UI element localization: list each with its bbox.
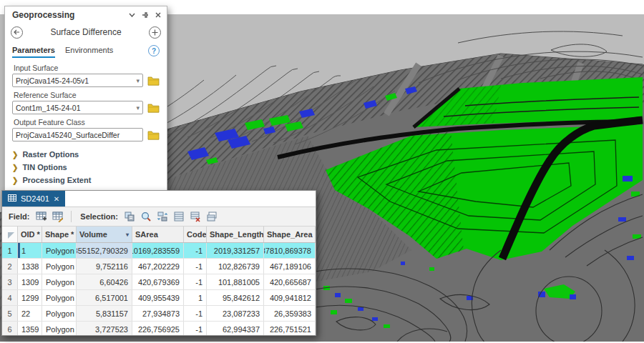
cell-shape[interactable]: Polygon <box>42 274 77 289</box>
zoom-to-selection-icon[interactable] <box>140 210 153 224</box>
cell-oid[interactable]: 1359 <box>18 322 42 335</box>
cell-oid[interactable]: 22 <box>18 306 42 321</box>
cell-code[interactable]: 1 <box>184 290 207 305</box>
table-header-row: OID *Shape *Volume▾SAreaCodeShape_Length… <box>2 227 316 243</box>
clear-selection-icon[interactable] <box>189 210 203 224</box>
cell-shape[interactable]: Polygon <box>42 259 77 274</box>
close-panel-icon[interactable] <box>155 12 161 18</box>
close-tab-icon[interactable]: ✕ <box>54 195 59 203</box>
cell-code[interactable]: -1 <box>184 243 207 258</box>
cell-sarea[interactable]: 27,934873 <box>132 306 184 321</box>
cell-sarea[interactable]: 409,955439 <box>132 290 184 305</box>
cell-shape[interactable]: Polygon <box>42 306 77 321</box>
cell-shape_area[interactable]: 420,665687 <box>264 274 316 289</box>
reference-surface-field: Reference Surface Cont1m_145-24-01 ▾ <box>12 91 160 114</box>
field-toolbar-label: Field: <box>9 212 29 221</box>
output-feature-class-field: Output Feature Class ProjCava145240_Surf… <box>12 118 160 141</box>
input-surface-combobox[interactable]: ProjCava145-24-05v1 ▾ <box>12 74 143 87</box>
back-button[interactable] <box>11 26 23 39</box>
section-processing-extent[interactable]: ❯ Processing Extent <box>12 174 160 187</box>
table-row[interactable]: 21338Polygon9,752116467,202229-1102,8267… <box>2 259 316 274</box>
cell-volume[interactable]: 5,831157 <box>77 306 132 321</box>
table-row[interactable]: 522Polygon5,83115727,934873-123,08723326… <box>2 306 316 322</box>
column-header-code[interactable]: Code <box>184 227 207 242</box>
input-surface-label: Input Surface <box>14 64 160 72</box>
browse-folder-icon[interactable] <box>147 76 160 86</box>
section-tin-options[interactable]: ❯ TIN Options <box>12 161 160 174</box>
cell-shape_area[interactable]: 87810,869378 <box>264 243 316 258</box>
auto-hide-pin-icon[interactable] <box>142 11 149 19</box>
cell-sarea[interactable]: 226,756925 <box>132 322 184 335</box>
browse-folder-icon[interactable] <box>147 130 160 140</box>
cell-volume[interactable]: 1855152,790329 <box>77 243 132 258</box>
cell-shape_length[interactable]: 95,842612 <box>207 290 264 305</box>
cell-volume[interactable]: 6,60426 <box>77 274 132 289</box>
add-field-icon[interactable] <box>34 210 48 224</box>
cell-sarea[interactable]: 420,679369 <box>132 274 184 289</box>
cell-shape[interactable]: Polygon <box>42 243 77 258</box>
column-header-volume[interactable]: Volume▾ <box>77 227 132 242</box>
tab-environments[interactable]: Environments <box>65 46 113 58</box>
select-by-attributes-icon[interactable] <box>123 210 137 224</box>
cell-shape_length[interactable]: 62,994337 <box>207 322 264 335</box>
table-row[interactable]: 11Polygon1855152,790329110169,283559-120… <box>2 243 316 259</box>
switch-selection-icon[interactable] <box>156 210 170 224</box>
row-number-cell[interactable]: 3 <box>2 274 18 289</box>
cell-shape[interactable]: Polygon <box>42 322 77 335</box>
column-header-oid[interactable]: OID * <box>18 227 42 242</box>
output-feature-class-input[interactable]: ProjCava145240_SurfaceDiffer <box>12 128 143 141</box>
row-number-cell[interactable]: 4 <box>2 290 18 305</box>
expander-chevron-icon: ❯ <box>12 150 18 159</box>
select-all-icon[interactable] <box>172 210 186 224</box>
cell-shape_length[interactable]: 2019,331257 <box>207 243 264 258</box>
copy-table-icon[interactable] <box>205 210 219 224</box>
tool-nav-bar: Surface Difference <box>5 22 167 41</box>
arcgis-pro-window: Geoprocessing Surface Difference <box>0 0 644 343</box>
cell-oid[interactable]: 1299 <box>18 290 42 305</box>
calculate-field-icon[interactable] <box>51 210 64 224</box>
cell-volume[interactable]: 6,517001 <box>77 290 132 305</box>
cell-shape_length[interactable]: 23,087233 <box>207 306 264 321</box>
cell-volume[interactable]: 9,752116 <box>77 259 132 274</box>
help-icon[interactable]: ? <box>148 45 160 56</box>
column-header-shape_area[interactable]: Shape_Area <box>264 227 316 242</box>
column-header-shape[interactable]: Shape * <box>42 227 77 242</box>
add-to-project-button[interactable] <box>149 26 161 39</box>
cell-shape_area[interactable]: 467,189106 <box>264 259 316 274</box>
select-all-corner[interactable] <box>2 227 18 242</box>
cell-oid[interactable]: 1338 <box>18 259 42 274</box>
table-row[interactable]: 61359Polygon3,727523226,756925-162,99433… <box>2 322 316 335</box>
row-number-cell[interactable]: 6 <box>2 322 18 335</box>
expander-chevron-icon: ❯ <box>12 163 18 172</box>
cell-shape_length[interactable]: 102,826739 <box>207 259 264 274</box>
cell-sarea[interactable]: 110169,283559 <box>132 243 184 258</box>
reference-surface-combobox[interactable]: Cont1m_145-24-01 ▾ <box>12 101 143 114</box>
table-row[interactable]: 41299Polygon6,517001409,955439195,842612… <box>2 290 316 306</box>
table-body: 11Polygon1855152,790329110169,283559-120… <box>2 243 316 335</box>
table-tab-sd2401[interactable]: SD2401 ✕ <box>2 191 65 207</box>
cell-shape_area[interactable]: 226,751521 <box>264 322 316 335</box>
cell-shape_area[interactable]: 26,359383 <box>264 306 316 321</box>
cell-oid[interactable]: 1 <box>18 243 42 258</box>
cell-code[interactable]: -1 <box>184 274 207 289</box>
collapse-chevron-icon[interactable] <box>129 13 135 17</box>
section-raster-options[interactable]: ❯ Raster Options <box>12 148 160 161</box>
row-number-cell[interactable]: 2 <box>2 259 18 274</box>
cell-volume[interactable]: 3,727523 <box>77 322 132 335</box>
row-number-cell[interactable]: 5 <box>2 306 18 321</box>
cell-code[interactable]: -1 <box>184 322 207 335</box>
cell-oid[interactable]: 1309 <box>18 274 42 289</box>
cell-shape_length[interactable]: 101,881005 <box>207 274 264 289</box>
cell-code[interactable]: -1 <box>184 306 207 321</box>
table-tabstrip: SD2401 ✕ <box>2 191 316 207</box>
browse-folder-icon[interactable] <box>147 103 160 113</box>
cell-code[interactable]: -1 <box>184 259 207 274</box>
cell-shape[interactable]: Polygon <box>42 290 77 305</box>
cell-shape_area[interactable]: 409,941812 <box>264 290 316 305</box>
column-header-shape_length[interactable]: Shape_Length <box>207 227 264 242</box>
table-row[interactable]: 31309Polygon6,60426420,679369-1101,88100… <box>2 274 316 290</box>
tab-parameters[interactable]: Parameters <box>12 46 55 58</box>
column-header-sarea[interactable]: SArea <box>132 227 184 242</box>
cell-sarea[interactable]: 467,202229 <box>132 259 184 274</box>
row-number-cell[interactable]: 1 <box>2 243 18 258</box>
